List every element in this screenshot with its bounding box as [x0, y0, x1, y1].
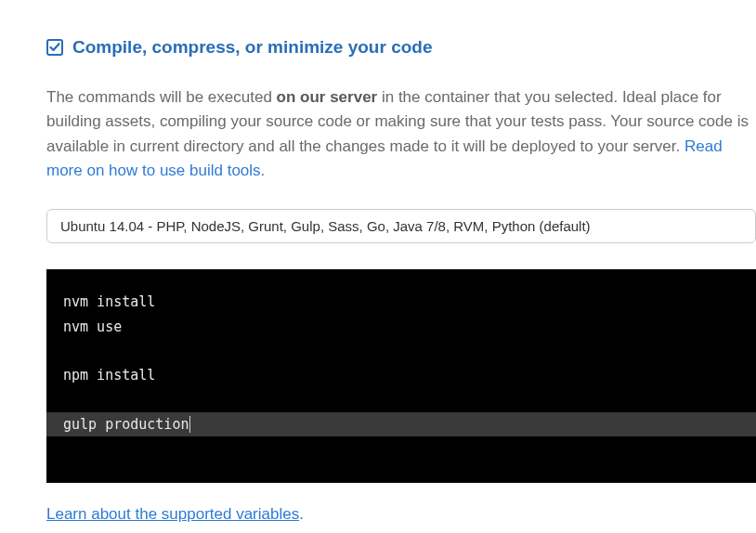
section-description: The commands will be executed on our ser…	[46, 85, 756, 183]
code-line[interactable]: gulp production	[46, 412, 756, 436]
code-line[interactable]	[63, 387, 739, 411]
container-select[interactable]: Ubuntu 14.04 - PHP, NodeJS, Grunt, Gulp,…	[46, 209, 756, 243]
supported-variables-link[interactable]: Learn about the supported variables	[46, 505, 299, 523]
code-line[interactable]	[63, 339, 739, 363]
footer-row: Learn about the supported variables.	[46, 505, 756, 524]
text-cursor	[189, 416, 190, 432]
code-line[interactable]: nvm install	[63, 290, 739, 314]
code-line[interactable]: nvm use	[63, 315, 739, 339]
section-header: Compile, compress, or minimize your code	[46, 37, 756, 58]
checkbox-checked-icon[interactable]	[46, 39, 63, 56]
footer-suffix: .	[299, 505, 304, 523]
code-line[interactable]: npm install	[63, 363, 739, 387]
container-select-wrapper: Ubuntu 14.04 - PHP, NodeJS, Grunt, Gulp,…	[46, 209, 756, 243]
code-editor[interactable]: nvm installnvm usenpm installgulp produc…	[46, 269, 756, 483]
description-text-post: .	[261, 162, 266, 179]
section-title: Compile, compress, or minimize your code	[72, 37, 433, 58]
description-text-pre: The commands will be executed	[46, 88, 277, 106]
description-strong: on our server	[277, 88, 378, 106]
